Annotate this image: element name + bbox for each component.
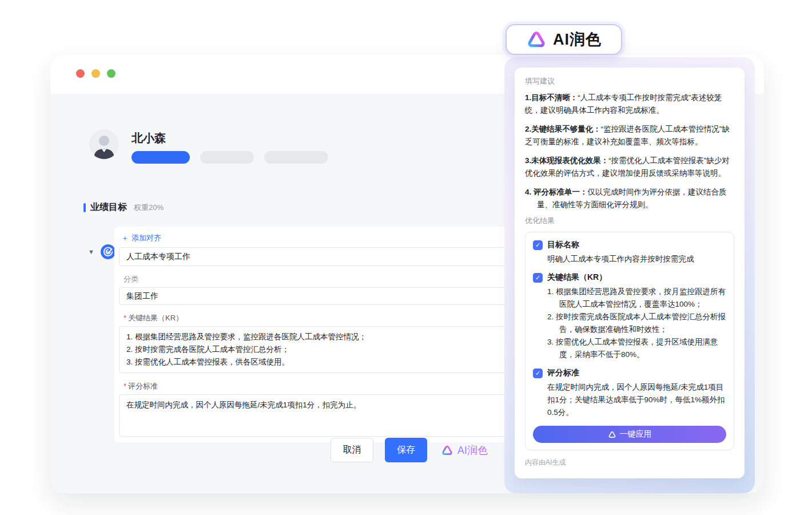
suggestion-lead: 4. 评分标准单一： <box>525 188 588 196</box>
avatar <box>89 129 119 159</box>
ai-logo-icon <box>526 29 547 50</box>
suggestion-list: 1.目标不清晰：“人工成本专项工作按时按需完成”表述较笼统，建议明确具体工作内容… <box>525 92 734 211</box>
result-title: 目标名称 <box>547 240 579 250</box>
add-align-label: 添加对齐 <box>132 233 161 243</box>
progress-bar-placeholder <box>200 151 254 164</box>
result-block: ✓目标名称明确人工成本专项工作内容并按时按需完成 <box>533 240 726 266</box>
result-line: 在规定时间内完成，因个人原因每拖延/未完成1项目扣1分；关键结果达成率低于90%… <box>547 381 726 419</box>
result-body: 明确人工成本专项工作内容并按时按需完成 <box>547 253 726 266</box>
ai-logo-icon <box>441 444 453 457</box>
suggestions-header: 填写建议 <box>525 76 734 86</box>
suggestion-lead: 1.目标不清晰： <box>525 93 578 102</box>
required-asterisk: * <box>124 314 126 322</box>
section-accent-bar <box>83 203 86 212</box>
ai-logo-icon-white <box>608 430 616 439</box>
result-checkbox[interactable]: ✓ <box>533 273 543 283</box>
result-checkbox[interactable]: ✓ <box>533 240 543 250</box>
add-align-link[interactable]: ＋ 添加对齐 <box>121 233 161 243</box>
result-line: 3. 按需优化人工成本管控报表，提升区域使用满意度，采纳率不低于80%。 <box>547 336 726 361</box>
ai-badge-title: AI润色 <box>553 29 602 50</box>
result-body: 在规定时间内完成，因个人原因每拖延/未完成1项目扣1分；关键结果达成率低于90%… <box>547 381 726 419</box>
user-name: 北小森 <box>132 130 166 146</box>
result-checkbox[interactable]: ✓ <box>533 369 543 378</box>
plus-icon: ＋ <box>121 233 129 243</box>
required-asterisk: * <box>124 382 126 390</box>
apply-all-label: 一键应用 <box>620 429 652 439</box>
ai-polish-label: AI润色 <box>457 443 488 457</box>
result-box: ✓目标名称明确人工成本专项工作内容并按时按需完成✓关键结果（KR）1. 根据集团… <box>525 232 734 450</box>
page: 北小森 业绩目标 权重20% ▼ ＋ 添加对齐 分类 <box>0 0 812 515</box>
suggestion-item: 4. 评分标准单一：仅以完成时间作为评分依据，建议结合质量、准确性等方面细化评分… <box>525 186 734 211</box>
ai-polish-panel: 填写建议 1.目标不清晰：“人工成本专项工作按时按需完成”表述较笼统，建议明确具… <box>515 68 745 478</box>
section-weight: 权重20% <box>134 203 164 213</box>
result-block: ✓关键结果（KR）1. 根据集团经营思路及管控要求，按月监控跟进所有医院人工成本… <box>533 272 726 361</box>
suggestion-item: 3.未体现报表优化效果：“按需优化人工成本管控报表”缺少对优化效果的评估方式，建… <box>525 154 734 180</box>
section-header: 业绩目标 权重20% <box>83 201 164 213</box>
progress-bar-placeholder <box>264 151 328 164</box>
traffic-light-maximize-button[interactable] <box>107 69 116 78</box>
cancel-button[interactable]: 取消 <box>331 438 373 462</box>
suggestion-item: 1.目标不清晰：“人工成本专项工作按时按需完成”表述较笼统，建议明确具体工作内容… <box>525 92 734 117</box>
result-title: 关键结果（KR） <box>547 272 607 283</box>
ai-polish-button[interactable]: AI润色 <box>441 443 488 457</box>
result-block: ✓评分标准在规定时间内完成，因个人原因每拖延/未完成1项目扣1分；关键结果达成率… <box>533 368 726 419</box>
result-list: ✓目标名称明确人工成本专项工作内容并按时按需完成✓关键结果（KR）1. 根据集团… <box>533 240 726 419</box>
result-line: 2. 按时按需完成各医院成本人工成本管控汇总分析报告，确保数据准确性和时效性； <box>547 311 726 336</box>
section-title: 业绩目标 <box>90 201 127 213</box>
result-body: 1. 根据集团经营思路及管控要求，按月监控跟进所有医院人工成本管控情况，覆盖率达… <box>547 286 726 361</box>
form-actions: 取消 保存 AI润色 <box>331 438 488 462</box>
apply-all-button[interactable]: 一键应用 <box>533 426 726 443</box>
traffic-light-minimize-button[interactable] <box>91 69 100 78</box>
progress-bar-active <box>132 151 190 164</box>
person-icon <box>89 129 119 159</box>
result-title: 评分标准 <box>547 368 579 378</box>
results-header: 优化结果 <box>525 216 734 226</box>
result-line: 1. 根据集团经营思路及管控要求，按月监控跟进所有医院人工成本管控情况，覆盖率达… <box>547 286 726 311</box>
suggestion-lead: 2.关键结果不够量化： <box>525 125 601 133</box>
result-title-row: ✓评分标准 <box>533 368 726 378</box>
suggestion-item: 2.关键结果不够量化：“监控跟进各医院人工成本管控情况”缺乏可衡量的标准，建议补… <box>525 123 734 148</box>
result-title-row: ✓目标名称 <box>533 240 726 250</box>
okr-goal-icon <box>101 244 116 259</box>
traffic-light-close-button[interactable] <box>76 69 85 78</box>
ai-generated-note: 内容由AI生成 <box>525 458 734 468</box>
result-line: 明确人工成本专项工作内容并按时按需完成 <box>547 253 726 266</box>
result-title-row: ✓关键结果（KR） <box>533 272 726 283</box>
progress-bars <box>132 151 339 164</box>
collapse-caret-icon[interactable]: ▼ <box>88 248 94 255</box>
ai-polish-badge: AI润色 <box>505 24 622 55</box>
suggestion-lead: 3.未体现报表优化效果： <box>525 156 608 165</box>
save-button[interactable]: 保存 <box>385 438 427 462</box>
